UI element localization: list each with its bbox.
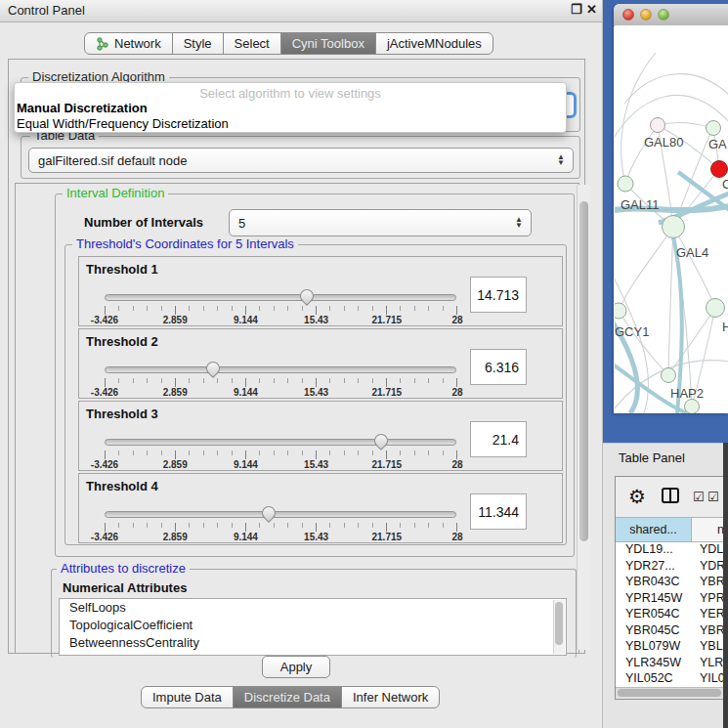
right-region: GAL80 GA C GAL11 GAL4 GCY1 H HAP2 Table <box>603 0 728 728</box>
combo-arrows-icon: ▲▼ <box>557 154 565 166</box>
threshold-2-label: Threshold 2 <box>86 334 158 349</box>
network-canvas[interactable]: GAL80 GA C GAL11 GAL4 GCY1 H HAP2 <box>615 25 728 413</box>
settings-scroll-panel: Interval Definition Number of Intervals … <box>15 183 579 654</box>
column-layout-icon[interactable] <box>662 488 679 503</box>
node-gal11[interactable] <box>618 176 633 192</box>
threshold-4-value-field[interactable]: 11.344 <box>470 493 527 530</box>
node-gcy1[interactable] <box>615 303 626 319</box>
thresholds-group-title: Threshold's Coordinates for 5 Intervals <box>72 237 298 250</box>
menu-item-equal-width-frequency[interactable]: Equal Width/Frequency Discretization <box>15 116 566 132</box>
table-row[interactable]: YIL052CYIL0 <box>616 671 727 687</box>
algorithm-dropdown-popup: Select algorithm to view settings Manual… <box>14 82 567 133</box>
apply-button[interactable]: Apply <box>262 656 330 678</box>
threshold-2-value-field[interactable]: 6.316 <box>470 349 527 385</box>
algorithm-placeholder: Select algorithm to view settings <box>15 86 566 101</box>
list-item[interactable]: BetweennessCentrality <box>60 634 566 652</box>
table-horizontal-scrollbar[interactable] <box>616 687 727 698</box>
node-hap2[interactable] <box>662 368 676 383</box>
spinner-arrows-icon: ▲▼ <box>515 217 523 229</box>
tab-jactivemnodules-label: jActiveMNodules <box>387 36 482 51</box>
threshold-1-value-field[interactable]: 14.713 <box>470 277 527 313</box>
node-top-right[interactable] <box>707 121 721 136</box>
column-header-shared-name[interactable]: shared... <box>616 517 692 542</box>
table-row[interactable]: YLR345WYLR3 <box>616 656 727 672</box>
network-window[interactable]: GAL80 GA C GAL11 GAL4 GCY1 H HAP2 <box>614 4 728 413</box>
menu-item-manual-discretization[interactable]: Manual Discretization <box>15 101 566 116</box>
cyni-content-panel: Discretization Algorithm Table Data galF… <box>8 59 585 654</box>
table-panel-body: ⚙ ☑ ☑ shared... na YDL19...YDL1 YDR27...… <box>615 476 728 700</box>
tab-network[interactable]: Network <box>84 32 173 55</box>
table-row[interactable]: YBL079WYBL0 <box>616 639 727 656</box>
settings-vertical-scrollbar[interactable] <box>577 185 590 650</box>
slider-tick-labels: -3.426 2.859 9.144 15.43 21.715 28 <box>105 387 457 397</box>
attributes-list-scrollbar[interactable] <box>553 600 565 654</box>
attributes-group-title: Attributes to discretize <box>57 562 190 575</box>
slider-tick-labels: -3.426 2.859 9.144 15.43 21.715 28 <box>105 315 457 324</box>
slider-track[interactable] <box>105 511 456 518</box>
table-row[interactable]: YDL19...YDL1 <box>616 542 727 559</box>
number-of-intervals-spinner[interactable]: 5 ▲▼ <box>229 209 532 236</box>
slider-thumb[interactable] <box>203 359 223 378</box>
close-window-icon[interactable]: ✕ <box>586 2 597 17</box>
slider-tick-labels: -3.426 2.859 9.144 15.43 21.715 28 <box>105 532 457 541</box>
tab-discretize-data[interactable]: Discretize Data <box>233 686 342 708</box>
checkbox-icon[interactable]: ☑ <box>707 490 719 504</box>
bottom-tabbar: Impute Data Discretize Data Infer Networ… <box>141 686 440 708</box>
tab-network-label: Network <box>114 36 161 51</box>
list-item[interactable]: TopologicalCoefficient <box>60 617 566 634</box>
slider-track[interactable] <box>105 439 456 446</box>
tab-style[interactable]: Style <box>172 32 224 55</box>
node-label-h-partial: H <box>722 320 728 334</box>
tab-infer-network-label: Infer Network <box>353 690 428 705</box>
tab-impute-data[interactable]: Impute Data <box>141 686 234 708</box>
table-row[interactable]: YBR043CYBR0 <box>616 575 727 591</box>
node-gal80[interactable] <box>651 118 665 133</box>
scrollbar-thumb[interactable] <box>618 689 721 697</box>
node-bottom[interactable] <box>685 400 700 414</box>
table-row[interactable]: YER054CYER0 <box>616 607 727 623</box>
table-panel-toolbar: ⚙ ☑ ☑ <box>616 477 727 517</box>
node-red-selected[interactable] <box>711 161 728 178</box>
tab-jactivemnodules[interactable]: jActiveMNodules <box>375 32 493 55</box>
node-h[interactable] <box>707 299 725 318</box>
tab-style-label: Style <box>184 36 212 51</box>
threshold-4-label: Threshold 4 <box>86 479 158 493</box>
slider-thumb[interactable] <box>259 503 278 523</box>
slider-thumb[interactable] <box>371 431 391 450</box>
column-header-name[interactable]: na <box>692 517 727 542</box>
table-row[interactable]: YPR145WYPR1 <box>616 591 727 608</box>
slider-ticks <box>105 378 458 387</box>
table-row[interactable]: YBR045CYBR0 <box>616 623 727 640</box>
slider-thumb[interactable] <box>297 286 317 306</box>
network-window-titlebar[interactable] <box>614 4 728 26</box>
node-gal4[interactable] <box>663 216 685 238</box>
tab-select[interactable]: Select <box>223 32 281 55</box>
close-traffic-light-icon[interactable] <box>622 9 634 21</box>
screen: Control Panel ❐ ✕ Network Style Select C… <box>0 0 728 728</box>
list-item[interactable]: SelfLoops <box>60 599 566 617</box>
node-label-gal80: GAL80 <box>644 135 683 150</box>
tab-infer-network[interactable]: Infer Network <box>341 686 440 708</box>
tab-impute-data-label: Impute Data <box>152 690 222 705</box>
checkbox-icon[interactable]: ☑ <box>693 490 705 504</box>
slider-track[interactable] <box>105 294 456 301</box>
threshold-4-panel: Threshold 4 -3.426 2.859 9.144 15.43 21.… <box>78 473 563 543</box>
slider-tick-labels: -3.426 2.859 9.144 15.43 21.715 28 <box>105 459 457 469</box>
control-panel-titlebar: Control Panel ❐ ✕ <box>0 0 603 22</box>
scrollbar-thumb[interactable] <box>555 602 563 645</box>
node-label-hap2: HAP2 <box>670 386 704 401</box>
numerical-attributes-list[interactable]: SelfLoops TopologicalCoefficient Between… <box>59 598 567 656</box>
gear-icon[interactable]: ⚙ <box>628 485 646 508</box>
number-of-intervals-label: Number of Intervals <box>84 215 203 230</box>
float-window-icon[interactable]: ❐ <box>571 2 582 17</box>
minimize-traffic-light-icon[interactable] <box>640 9 652 21</box>
slider-track[interactable] <box>105 366 456 373</box>
scrollbar-thumb[interactable] <box>579 201 588 541</box>
network-window-frame: GAL80 GA C GAL11 GAL4 GCY1 H HAP2 <box>603 0 728 443</box>
table-row[interactable]: YDR27...YDR2 <box>616 559 727 576</box>
numerical-attributes-label: Numerical Attributes <box>63 580 187 595</box>
tab-cyni-toolbox[interactable]: Cyni Toolbox <box>280 32 376 55</box>
table-data-combo[interactable]: galFiltered.sif default node ▲▼ <box>28 148 574 173</box>
threshold-3-value-field[interactable]: 21.4 <box>470 421 527 457</box>
zoom-traffic-light-icon[interactable] <box>658 9 669 21</box>
